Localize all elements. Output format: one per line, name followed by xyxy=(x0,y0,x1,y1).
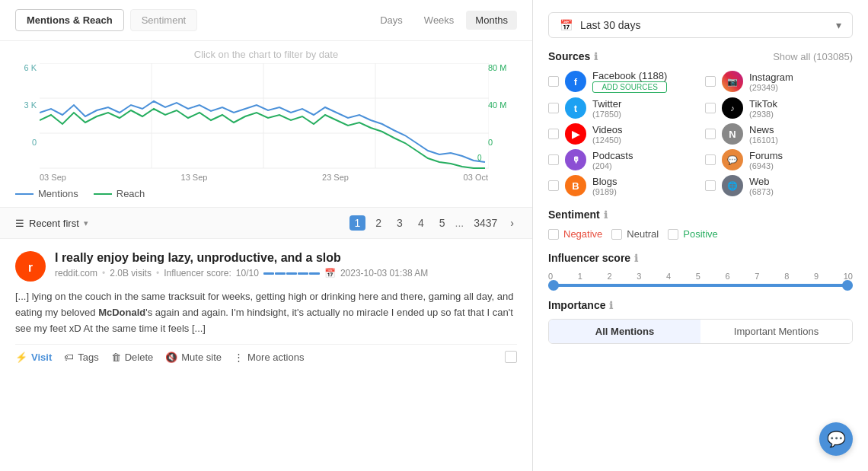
date-range-label: Last 30 days xyxy=(580,19,640,31)
slider-track[interactable] xyxy=(548,284,853,287)
slider-thumb-right[interactable] xyxy=(842,280,853,291)
twitter-checkbox[interactable] xyxy=(548,103,559,113)
forums-checkbox[interactable] xyxy=(705,154,716,165)
influencer-section: Influencer score ℹ 0 1 2 3 4 5 6 7 8 9 1… xyxy=(548,252,853,287)
positive-checkbox[interactable] xyxy=(668,229,678,240)
sentiment-info-icon[interactable]: ℹ xyxy=(604,209,608,221)
twitter-icon: t xyxy=(565,97,586,119)
slider-thumb-left[interactable] xyxy=(548,280,559,291)
post-visits: 2.0B visits xyxy=(110,268,152,278)
post-checkbox[interactable] xyxy=(505,351,517,363)
avatar: r xyxy=(15,251,46,282)
sentiment-positive[interactable]: Positive xyxy=(668,228,718,240)
news-checkbox[interactable] xyxy=(705,129,716,139)
web-info: Web (6873) xyxy=(749,176,774,196)
slider-container[interactable] xyxy=(548,284,853,287)
important-mentions-tab[interactable]: Important Mentions xyxy=(700,320,852,343)
instagram-info: Instagram (29349) xyxy=(749,72,793,92)
neutral-checkbox[interactable] xyxy=(611,229,622,240)
sentiment-negative[interactable]: Negative xyxy=(548,228,602,240)
blogs-checkbox[interactable] xyxy=(548,180,559,191)
sentiment-header: Sentiment ℹ xyxy=(548,208,853,221)
post-title: I really enjoy being lazy, unproductive,… xyxy=(55,251,517,265)
score-labels: 0 1 2 3 4 5 6 7 8 9 10 xyxy=(548,272,853,281)
facebook-checkbox[interactable] xyxy=(548,76,559,87)
sentiment-neutral[interactable]: Neutral xyxy=(611,228,659,240)
tags-button[interactable]: 🏷 Tags xyxy=(64,352,98,363)
right-panel: 📅 Last 30 days ▾ Sources ℹ Show all (103… xyxy=(533,0,868,471)
instagram-icon: 📷 xyxy=(722,71,743,92)
more-icon: ⋮ xyxy=(234,352,244,363)
legend-reach: Reach xyxy=(94,188,145,199)
delete-button[interactable]: 🗑 Delete xyxy=(111,352,154,363)
influencer-header: Influencer score ℹ xyxy=(548,252,853,264)
tab-sentiment[interactable]: Sentiment xyxy=(130,9,198,31)
mute-button[interactable]: 🔇 Mute site xyxy=(165,352,222,363)
sentiment-section: Sentiment ℹ Negative Neutral Positive xyxy=(548,208,853,240)
news-info: News (16101) xyxy=(749,124,778,145)
x-labels: 03 Sep 13 Sep 23 Sep 03 Oct xyxy=(15,170,517,182)
tag-icon: 🏷 xyxy=(64,352,74,363)
influencer-label: Influencer score: xyxy=(164,268,231,278)
page-2[interactable]: 2 xyxy=(370,215,387,231)
forums-info: Forums (6943) xyxy=(749,150,783,170)
sort-arrow-icon: ▾ xyxy=(84,218,88,228)
sources-info-icon[interactable]: ℹ xyxy=(594,51,598,62)
page-3[interactable]: 3 xyxy=(391,215,408,231)
podcasts-icon: 🎙 xyxy=(565,149,586,170)
influencer-info-icon[interactable]: ℹ xyxy=(634,253,638,264)
page-1[interactable]: 1 xyxy=(349,215,366,231)
time-days[interactable]: Days xyxy=(371,11,412,30)
bolt-icon: ⚡ xyxy=(15,352,27,363)
show-all-button[interactable]: Show all (103085) xyxy=(773,51,853,62)
influencer-title: Influencer score ℹ xyxy=(548,252,638,264)
sort-label: Recent first xyxy=(29,218,79,229)
web-checkbox[interactable] xyxy=(705,180,716,191)
videos-checkbox[interactable] xyxy=(548,129,559,139)
page-next-arrow[interactable]: › xyxy=(507,215,517,231)
date-picker-button[interactable]: 📅 Last 30 days ▾ xyxy=(548,12,853,38)
page-dots: ... xyxy=(455,217,464,229)
visit-button[interactable]: ⚡ Visit xyxy=(15,352,52,363)
sources-title: Sources ℹ xyxy=(548,50,598,62)
twitter-info: Twitter (17850) xyxy=(592,98,621,119)
add-sources-button[interactable]: ADD SOURCES xyxy=(592,81,667,93)
importance-tabs: All Mentions Important Mentions xyxy=(548,319,853,344)
importance-info-icon[interactable]: ℹ xyxy=(609,300,613,311)
negative-checkbox[interactable] xyxy=(548,229,559,240)
chart-legend: Mentions Reach xyxy=(0,182,532,207)
reach-line xyxy=(94,193,112,195)
svg-text:r: r xyxy=(28,261,33,274)
sort-icon: ☰ xyxy=(15,218,24,229)
y-labels-left: 6 K 3 K 0 xyxy=(15,63,37,147)
page-last[interactable]: 3437 xyxy=(468,215,503,231)
chevron-down-icon: ▾ xyxy=(836,19,841,31)
blogs-icon: B xyxy=(565,175,586,196)
chart-svg[interactable]: 0 xyxy=(40,63,489,170)
time-months[interactable]: Months xyxy=(466,11,517,30)
time-weeks[interactable]: Weeks xyxy=(415,11,464,30)
source-web: 🌐 Web (6873) xyxy=(705,175,853,196)
podcasts-checkbox[interactable] xyxy=(548,154,559,165)
sort-button[interactable]: ☰ Recent first ▾ xyxy=(15,218,88,229)
page-4[interactable]: 4 xyxy=(413,215,429,231)
post-card: r I really enjoy being lazy, unproductiv… xyxy=(0,239,532,471)
tiktok-checkbox[interactable] xyxy=(705,103,716,113)
chat-bubble-button[interactable]: 💬 xyxy=(819,422,853,456)
importance-section: Importance ℹ All Mentions Important Ment… xyxy=(548,299,853,344)
tab-mentions-reach[interactable]: Mentions & Reach xyxy=(15,9,124,31)
time-tabs: Days Weeks Months xyxy=(371,11,517,30)
news-icon: N xyxy=(722,123,743,145)
all-mentions-tab[interactable]: All Mentions xyxy=(549,320,700,343)
source-instagram: 📷 Instagram (29349) xyxy=(705,70,853,93)
instagram-checkbox[interactable] xyxy=(705,76,716,87)
source-blogs: B Blogs (9189) xyxy=(548,175,696,196)
forums-icon: 💬 xyxy=(722,149,743,170)
chart-container: Click on the chart to filter by date 6 K… xyxy=(0,41,532,182)
page-5[interactable]: 5 xyxy=(434,215,451,231)
more-actions-button[interactable]: ⋮ More actions xyxy=(234,352,304,363)
videos-info: Videos (12450) xyxy=(592,124,623,145)
source-tiktok: ♪ TikTok (2938) xyxy=(705,97,853,119)
sentiment-options: Negative Neutral Positive xyxy=(548,228,853,240)
podcasts-info: Podcasts (204) xyxy=(592,150,633,170)
